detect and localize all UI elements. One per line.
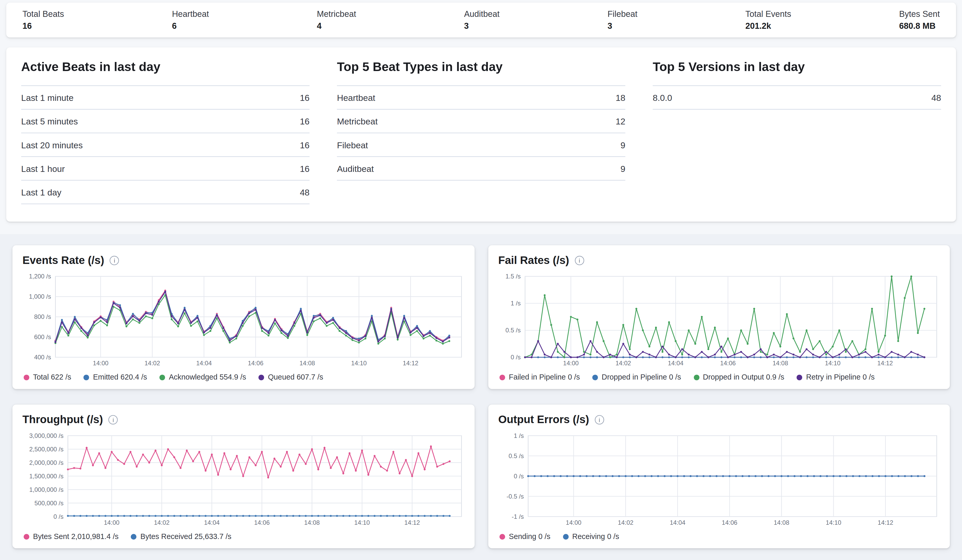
legend-dot <box>592 374 598 380</box>
legend-item-sending[interactable]: Sending 0 /s <box>500 532 550 541</box>
summary-row: 8.0.0 48 <box>653 86 941 109</box>
svg-text:14:04: 14:04 <box>204 519 220 526</box>
svg-text:14:02: 14:02 <box>154 519 169 526</box>
svg-text:800 /s: 800 /s <box>34 313 51 320</box>
svg-text:14:00: 14:00 <box>93 360 108 367</box>
svg-text:-1 /s: -1 /s <box>512 513 524 520</box>
row-label: Metricbeat <box>337 116 378 126</box>
chart-card-events-rate: Events Rate (/s) 400 /s600 /s800 /s1,000… <box>13 245 475 389</box>
legend-label: Dropped in Pipeline 0 /s <box>602 373 681 381</box>
legend-item-retry-in-pipeline[interactable]: Retry in Pipeline 0 /s <box>797 373 875 381</box>
row-value: 12 <box>615 116 625 126</box>
legend-label: Failed in Pipeline 0 /s <box>509 373 580 381</box>
info-icon[interactable] <box>575 256 584 265</box>
legend-dot <box>258 374 264 380</box>
svg-text:14:10: 14:10 <box>354 519 370 526</box>
stat-bytes-sent: Bytes Sent 680.8 MB <box>899 9 940 31</box>
chart-legend: Total 622 /s Emitted 620.4 /s Acknowledg… <box>22 369 465 384</box>
panel-title: Top 5 Beat Types in last day <box>337 60 625 74</box>
stat-auditbeat: Auditbeat 3 <box>464 9 500 31</box>
svg-text:14:10: 14:10 <box>825 360 841 367</box>
legend-item-failed-in-pipeline[interactable]: Failed in Pipeline 0 /s <box>500 373 580 381</box>
stat-total-events: Total Events 201.2k <box>745 9 791 31</box>
summary-row: Filebeat 9 <box>337 133 625 157</box>
row-label: Last 1 day <box>21 187 61 197</box>
legend-label: Dropped in Output 0.9 /s <box>703 373 784 381</box>
legend-label: Acknowledged 554.9 /s <box>169 373 246 381</box>
stat-label: Heartbeat <box>172 9 209 19</box>
svg-text:0 /s: 0 /s <box>53 513 64 520</box>
summary-panels: Active Beats in last day Last 1 minute 1… <box>6 47 956 222</box>
legend-label: Retry in Pipeline 0 /s <box>806 373 875 381</box>
stat-value: 3 <box>464 21 500 31</box>
panel-active-beats: Active Beats in last day Last 1 minute 1… <box>21 60 310 204</box>
info-icon[interactable] <box>595 415 604 425</box>
legend-label: Queued 607.7 /s <box>268 373 323 381</box>
row-label: Filebeat <box>337 140 368 150</box>
svg-text:14:04: 14:04 <box>196 360 212 367</box>
panel-title: Active Beats in last day <box>21 60 310 74</box>
summary-row: Last 1 minute 16 <box>21 86 310 109</box>
row-value: 9 <box>620 140 625 150</box>
stat-value: 16 <box>22 21 64 31</box>
chart-legend: Failed in Pipeline 0 /s Dropped in Pipel… <box>498 369 940 384</box>
legend-dot <box>160 374 165 380</box>
legend-dot <box>500 374 505 380</box>
chart-title: Fail Rates (/s) <box>498 254 569 267</box>
output-errors-plot[interactable]: -1 /s-0.5 /s0 /s0.5 /s1 /s14:0014:0214:0… <box>498 433 940 527</box>
legend-item-dropped-in-output[interactable]: Dropped in Output 0.9 /s <box>693 373 784 381</box>
svg-text:0.5 /s: 0.5 /s <box>508 452 524 459</box>
summary-row: Last 1 hour 16 <box>21 157 310 180</box>
stat-value: 3 <box>607 21 638 31</box>
svg-text:3,000,000 /s: 3,000,000 /s <box>29 433 64 439</box>
row-value: 9 <box>620 163 625 173</box>
svg-text:1 /s: 1 /s <box>514 433 524 439</box>
svg-text:1.5 /s: 1.5 /s <box>505 273 521 280</box>
legend-item-emitted[interactable]: Emitted 620.4 /s <box>84 373 147 381</box>
stat-label: Filebeat <box>607 9 638 19</box>
svg-text:1 /s: 1 /s <box>511 300 521 307</box>
svg-text:14:06: 14:06 <box>248 360 263 367</box>
svg-text:1,000 /s: 1,000 /s <box>29 293 51 300</box>
svg-text:14:04: 14:04 <box>668 360 683 367</box>
svg-text:14:02: 14:02 <box>618 519 633 526</box>
svg-text:0.5 /s: 0.5 /s <box>505 327 521 334</box>
panel-top-versions: Top 5 Versions in last day 8.0.0 48 <box>653 60 941 204</box>
row-value: 16 <box>300 93 309 102</box>
legend-item-bytes-sent[interactable]: Bytes Sent 2,010,981.4 /s <box>24 532 119 541</box>
stat-value: 201.2k <box>745 21 791 31</box>
legend-dot <box>24 534 29 539</box>
row-label: Last 5 minutes <box>21 116 78 126</box>
fail-rates-plot[interactable]: 0 /s0.5 /s1 /s1.5 /s14:0014:0214:0414:06… <box>498 273 940 368</box>
svg-text:1,200 /s: 1,200 /s <box>29 273 51 280</box>
summary-row: Last 1 day 48 <box>21 180 310 204</box>
legend-item-receiving[interactable]: Receiving 0 /s <box>563 532 619 541</box>
svg-text:14:00: 14:00 <box>563 360 579 367</box>
chart-title: Throughput (/s) <box>22 413 103 426</box>
chart-title: Output Errors (/s) <box>498 413 589 426</box>
throughput-plot[interactable]: 0 /s500,000 /s1,000,000 /s1,500,000 /s2,… <box>22 433 465 527</box>
svg-text:600 /s: 600 /s <box>34 333 51 340</box>
events-rate-plot[interactable]: 400 /s600 /s800 /s1,000 /s1,200 /s14:001… <box>22 273 465 368</box>
svg-text:14:10: 14:10 <box>826 519 841 526</box>
stat-label: Metricbeat <box>317 9 356 19</box>
legend-item-dropped-in-pipeline[interactable]: Dropped in Pipeline 0 /s <box>592 373 681 381</box>
summary-row: Heartbeat 18 <box>337 86 625 109</box>
chart-title: Events Rate (/s) <box>22 254 104 267</box>
svg-text:14:02: 14:02 <box>145 360 160 367</box>
legend-item-queued[interactable]: Queued 607.7 /s <box>258 373 323 381</box>
stat-label: Bytes Sent <box>899 9 940 19</box>
info-icon[interactable] <box>110 256 119 265</box>
row-value: 16 <box>300 163 309 173</box>
info-icon[interactable] <box>108 415 118 425</box>
legend-item-total[interactable]: Total 622 /s <box>24 373 71 381</box>
row-label: Last 1 hour <box>21 163 65 173</box>
svg-text:1,500,000 /s: 1,500,000 /s <box>29 473 64 480</box>
row-label: 8.0.0 <box>653 93 672 102</box>
svg-text:14:06: 14:06 <box>254 519 270 526</box>
chart-card-fail-rates: Fail Rates (/s) 0 /s0.5 /s1 /s1.5 /s14:0… <box>488 245 950 389</box>
stat-value: 4 <box>317 21 356 31</box>
legend-dot <box>500 534 505 539</box>
legend-item-acknowledged[interactable]: Acknowledged 554.9 /s <box>160 373 246 381</box>
legend-item-bytes-received[interactable]: Bytes Received 25,633.7 /s <box>131 532 231 541</box>
